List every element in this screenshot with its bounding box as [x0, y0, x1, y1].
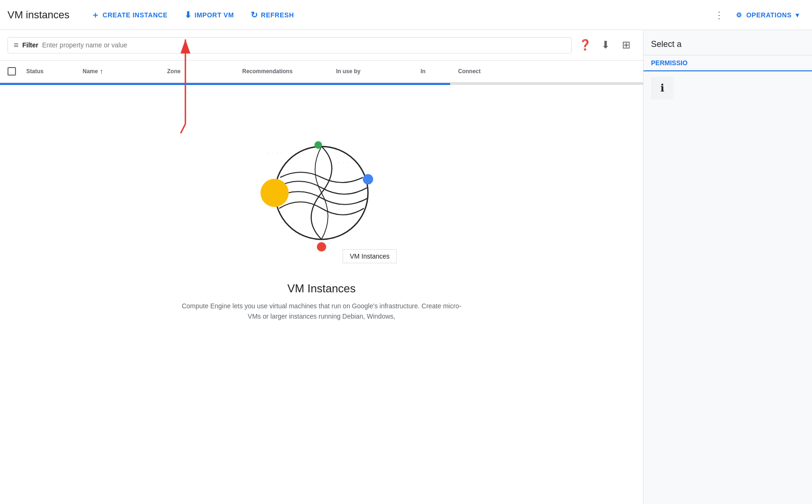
dot-yellow: [260, 179, 289, 207]
vm-instances-label: VM Instances: [343, 249, 397, 263]
help-button[interactable]: ❓: [575, 36, 594, 54]
columns-icon: ⊞: [622, 39, 630, 51]
empty-state-description: Compute Engine lets you use virtual mach…: [181, 301, 462, 322]
header-actions: ＋ CREATE INSTANCE ⬇ IMPORT VM ↻ REFRESH: [84, 6, 710, 24]
col-header-status: Status: [26, 68, 83, 75]
col-header-inuseby: In use by: [336, 68, 421, 75]
refresh-button[interactable]: ↻ REFRESH: [244, 6, 300, 24]
create-instance-button[interactable]: ＋ CREATE INSTANCE: [84, 6, 174, 24]
download-icon: ⬇: [601, 39, 610, 51]
decorative-dots-3: · · ·: [284, 221, 295, 226]
main-layout: ≡ Filter ❓ ⬇ ⊞: [0, 30, 812, 504]
filter-icon: ≡: [14, 40, 19, 50]
col-header-name[interactable]: Name ↑: [83, 68, 167, 75]
filter-label: Filter: [23, 41, 38, 49]
dot-green: [314, 141, 322, 149]
decorative-dots-1: · · · ·: [268, 151, 283, 156]
columns-button[interactable]: ⊞: [617, 36, 636, 54]
right-panel-header: Select a: [643, 30, 812, 55]
page-title: VM instances: [8, 9, 69, 21]
operations-icon: ⚙: [736, 11, 743, 19]
permissions-tab[interactable]: PERMISSIO: [643, 55, 812, 71]
table-container: Status Name ↑ Zone Recommendations In us…: [0, 61, 643, 341]
info-badge: ℹ: [651, 77, 674, 99]
toolbar-right: ❓ ⬇ ⊞: [575, 36, 636, 54]
chevron-down-icon: ▾: [796, 11, 799, 19]
empty-state: · · · · · · · · · ·: [0, 85, 643, 341]
more-options-icon: ⋮: [714, 9, 724, 21]
download-button[interactable]: ⬇: [596, 36, 615, 54]
operations-button[interactable]: ⚙ OPERATIONS ▾: [730, 8, 804, 23]
more-options-button[interactable]: ⋮: [710, 6, 728, 24]
dot-blue: [363, 174, 373, 184]
info-icon: ℹ: [660, 82, 664, 94]
content-area: ≡ Filter ❓ ⬇ ⊞: [0, 30, 643, 504]
import-vm-button[interactable]: ⬇ IMPORT VM: [178, 6, 240, 24]
right-panel: Select a PERMISSIO ℹ: [643, 30, 812, 504]
refresh-icon: ↻: [251, 10, 258, 20]
col-header-connect: Connect: [458, 68, 636, 75]
header-right: ⋮ ⚙ OPERATIONS ▾: [710, 6, 804, 24]
filter-input[interactable]: [42, 41, 566, 49]
help-icon: ❓: [579, 39, 591, 51]
sort-arrow-icon: ↑: [100, 68, 103, 75]
col-header-in: In: [421, 68, 458, 75]
decorative-dots-2: · · ·: [338, 160, 350, 165]
filter-section[interactable]: ≡ Filter: [8, 37, 572, 53]
import-vm-icon: ⬇: [184, 10, 192, 20]
empty-state-title: VM Instances: [287, 282, 355, 295]
create-instance-icon: ＋: [91, 9, 100, 21]
toolbar: ≡ Filter ❓ ⬇ ⊞: [0, 30, 643, 61]
dot-red: [317, 242, 326, 252]
select-all-checkbox-wrapper[interactable]: [8, 67, 26, 76]
select-all-checkbox[interactable]: [8, 67, 16, 76]
page-header: VM instances ＋ CREATE INSTANCE ⬇ IMPORT …: [0, 0, 812, 30]
col-header-recommendations: Recommendations: [242, 68, 336, 75]
table-header: Status Name ↑ Zone Recommendations In us…: [0, 61, 643, 83]
col-header-zone: Zone: [167, 68, 242, 75]
globe-illustration: · · · · · · · · · ·: [242, 113, 401, 273]
